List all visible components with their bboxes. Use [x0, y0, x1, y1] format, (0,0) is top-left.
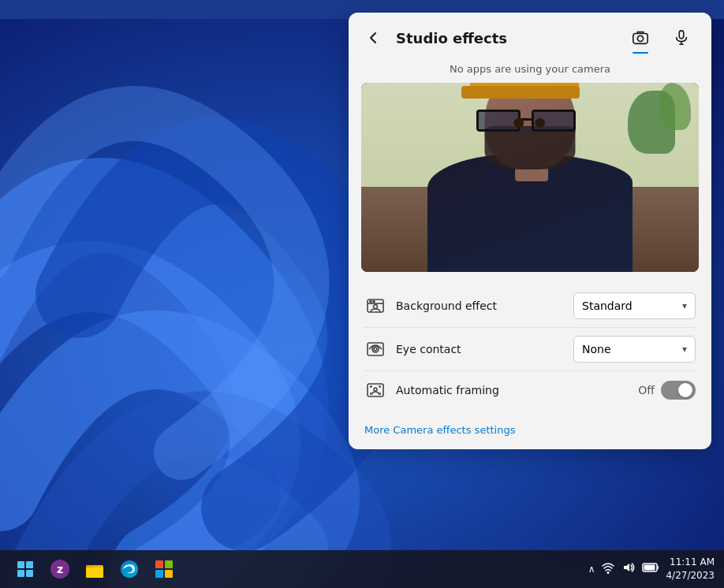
svg-point-10 [607, 571, 610, 574]
svg-point-23 [374, 305, 378, 309]
panel-header-controls [626, 24, 696, 52]
automatic-framing-control: Off [638, 381, 696, 400]
camera-preview [361, 83, 699, 272]
taskbar: z [0, 550, 724, 588]
taskbar-zoom-icon[interactable]: z [44, 553, 76, 585]
svg-rect-13 [644, 565, 655, 571]
eye-contact-control: None ▾ [573, 336, 696, 363]
automatic-framing-state-label: Off [638, 384, 655, 396]
automatic-framing-toggle[interactable] [661, 381, 696, 400]
taskbar-file-explorer-icon[interactable] [79, 553, 110, 585]
background-effect-row: Background effect Standard ▾ [364, 285, 696, 328]
background-effect-dropdown-arrow: ▾ [682, 300, 687, 311]
svg-point-15 [637, 35, 643, 41]
eye-contact-icon [364, 338, 386, 360]
background-effect-label: Background effect [396, 300, 564, 312]
more-settings-section: More Camera effects settings [349, 412, 711, 443]
wifi-icon[interactable] [601, 560, 615, 578]
eye-contact-dropdown[interactable]: None ▾ [573, 336, 696, 363]
panel-header: Studio effects [349, 13, 711, 60]
automatic-framing-icon [364, 379, 386, 401]
battery-icon[interactable] [642, 560, 659, 578]
no-camera-notice: No apps are using your camera [349, 60, 711, 83]
background-effect-icon [364, 295, 386, 317]
svg-rect-7 [165, 560, 173, 568]
svg-rect-9 [165, 570, 173, 578]
svg-point-26 [374, 348, 377, 351]
background-effect-dropdown[interactable]: Standard ▾ [573, 292, 696, 319]
svg-point-5 [121, 560, 138, 578]
desktop: z [0, 0, 724, 588]
eye-contact-label: Eye contact [396, 343, 564, 355]
eye-contact-dropdown-arrow: ▾ [682, 344, 687, 355]
more-camera-settings-link[interactable]: More Camera effects settings [364, 424, 515, 436]
taskbar-app-icons: z [9, 553, 180, 585]
camera-header-button[interactable] [626, 24, 655, 52]
svg-point-21 [370, 301, 371, 303]
automatic-framing-row: Automatic framing Off [364, 371, 696, 409]
clock-time: 11:11 AM [666, 556, 715, 569]
eye-contact-row: Eye contact None ▾ [364, 328, 696, 371]
svg-rect-8 [155, 570, 163, 578]
camera-feed [361, 83, 699, 272]
svg-rect-27 [368, 384, 383, 396]
back-button[interactable] [361, 25, 386, 50]
taskbar-store-icon[interactable] [148, 553, 180, 585]
svg-point-28 [374, 388, 377, 391]
svg-text:z: z [57, 563, 63, 575]
clock-date: 4/27/2023 [666, 569, 715, 582]
taskbar-edge-icon[interactable] [114, 553, 145, 585]
background-effect-value: Standard [582, 300, 633, 312]
mic-header-button[interactable] [667, 24, 696, 52]
svg-rect-16 [679, 31, 684, 39]
settings-area: Background effect Standard ▾ [349, 272, 711, 412]
system-clock[interactable]: 11:11 AM 4/27/2023 [666, 556, 715, 582]
automatic-framing-toggle-group: Off [638, 381, 696, 400]
taskbar-system-tray: ∧ [588, 556, 715, 582]
system-tray-expand-icon[interactable]: ∧ [588, 564, 595, 575]
svg-rect-12 [657, 566, 659, 569]
svg-rect-14 [633, 34, 647, 44]
svg-rect-6 [155, 560, 163, 568]
start-button[interactable] [9, 553, 41, 585]
panel-title: Studio effects [396, 30, 617, 47]
background-effect-control: Standard ▾ [573, 292, 696, 319]
studio-effects-panel: Studio effects [349, 13, 711, 449]
svg-point-22 [373, 301, 375, 303]
svg-rect-4 [86, 568, 103, 578]
toggle-thumb [678, 383, 692, 397]
automatic-framing-label: Automatic framing [396, 384, 629, 396]
eye-contact-value: None [582, 343, 611, 355]
volume-icon[interactable] [621, 560, 636, 578]
